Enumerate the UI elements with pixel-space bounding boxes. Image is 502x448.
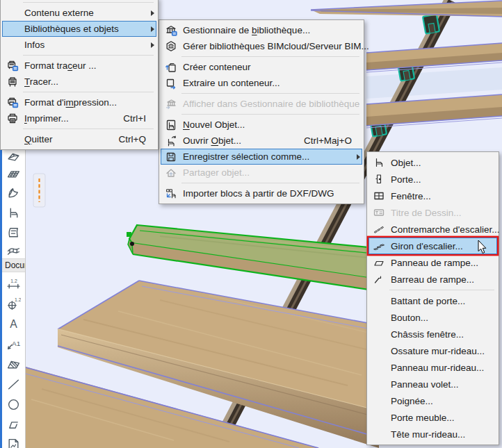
tool-slab-icon[interactable] xyxy=(2,164,25,183)
tool-label-icon[interactable]: A1 xyxy=(2,334,25,354)
tool-shell-icon[interactable] xyxy=(2,183,25,203)
menu-item-objet[interactable]: Objet... xyxy=(369,154,497,171)
menu-item-panneau-de-rampe[interactable]: Panneau de rampe... xyxy=(369,254,497,271)
menu-item-spacer xyxy=(487,188,495,204)
menu-item-format-d-impression[interactable]: Format d'impression... xyxy=(2,94,156,110)
menu-item-label: Créer conteneur xyxy=(183,62,352,72)
drawing-title-icon xyxy=(371,206,387,219)
submenu-arrow-icon xyxy=(146,6,154,20)
tool-fill-icon[interactable] xyxy=(2,354,25,374)
menu-item-label: Panneau volet... xyxy=(391,379,487,390)
menu-item-spacer xyxy=(487,293,495,308)
menu-item-ouvrir-objet[interactable]: Ouvrir Objet...Ctrl+Maj+O xyxy=(161,133,362,149)
svg-text:1.2: 1.2 xyxy=(10,279,17,283)
menu-item-importer-blocs-a-partir-de-dxf-dwg[interactable]: Importer blocs à partir de DXF/DWG xyxy=(161,185,362,201)
object-icon xyxy=(371,156,387,169)
tool-zone-icon[interactable] xyxy=(2,222,25,242)
menu-item-label: Panneau de rampe... xyxy=(391,258,487,268)
menu-item-panneau-volet[interactable]: Panneau volet... xyxy=(369,376,497,392)
menu-item-creer-conteneur[interactable]: Créer conteneur xyxy=(161,59,362,75)
menu-item-tracer[interactable]: Tracer... xyxy=(2,74,156,90)
no-icon xyxy=(371,428,387,440)
menu-item-tete-mur-rideau[interactable]: Tête mur-rideau... xyxy=(369,426,497,442)
menu-item-porte[interactable]: Porte... xyxy=(369,171,497,188)
menu-item-quitter[interactable]: QuitterCtrl+Q xyxy=(2,131,156,147)
menu-item-porte-meuble[interactable]: Porte meuble... xyxy=(369,409,497,426)
menu-item-spacer xyxy=(487,238,495,254)
menu-item-label: Nouvel Objet... xyxy=(183,119,352,130)
menu-item-bouton[interactable]: Bouton... xyxy=(369,309,497,326)
menu-item-panneau-mur-rideau[interactable]: Panneau mur-rideau... xyxy=(369,359,497,376)
menu-item-spacer xyxy=(487,343,495,358)
tool-level-dimension-icon[interactable]: 1.2 xyxy=(2,294,25,314)
menu-item-gestionnaire-de-bibliotheque[interactable]: Gestionnaire de bibliothèque... xyxy=(161,22,362,38)
menu-item-label: Barreau de rampe... xyxy=(391,274,487,285)
menu-item-label: Extraire un conteneur... xyxy=(183,78,352,88)
tool-line-icon[interactable] xyxy=(2,374,25,395)
menu-item-nouvel-objet[interactable]: Nouvel Objet... xyxy=(161,117,362,133)
stair-riser-icon xyxy=(371,223,387,235)
no-icon xyxy=(4,39,21,51)
railing-panel-icon xyxy=(371,256,387,269)
no-icon xyxy=(4,7,21,19)
guide-marker[interactable] xyxy=(33,174,45,207)
menu-item-spacer xyxy=(352,186,360,201)
menu-item-barreau-de-rampe[interactable]: Barreau de rampe... xyxy=(369,271,497,288)
no-icon xyxy=(371,361,387,374)
tread-clip[interactable] xyxy=(423,15,439,34)
menu-separator xyxy=(181,114,359,115)
no-icon xyxy=(371,411,387,424)
menu-item-spacer xyxy=(146,132,154,147)
menu-separator xyxy=(181,56,359,57)
menu-item-chassis-fenetre[interactable]: Châssis fenêtre... xyxy=(369,326,497,342)
menu-item-label: Titre de Dessin... xyxy=(391,208,487,218)
menu-item-ossature-mur-rideau[interactable]: Ossature mur-rideau... xyxy=(369,342,497,359)
stair-tread-icon xyxy=(371,240,387,252)
app-window: Docum 1.21.2AA1 Contenu externeBibliothè… xyxy=(0,0,502,448)
menu-item-spacer xyxy=(487,155,495,170)
menu-item-spacer xyxy=(359,97,368,111)
menu-shortcut: Ctrl+I xyxy=(123,113,146,124)
menu-item-label: Ossature mur-rideau... xyxy=(391,346,487,356)
menu-item-poignee[interactable]: Poignée... xyxy=(369,392,497,409)
menu-separator xyxy=(23,128,154,129)
mouse-cursor-icon xyxy=(478,240,487,254)
tool-text-icon[interactable]: A xyxy=(2,314,25,334)
tool-object-chair-icon[interactable] xyxy=(2,203,25,222)
menu-item-fenetre[interactable]: Fenêtre... xyxy=(369,188,497,204)
menu-item-label: Infos xyxy=(24,40,146,50)
selection-node[interactable] xyxy=(130,242,134,246)
menu-item-label: Imprimer... xyxy=(24,113,116,124)
submenu-arrow-icon xyxy=(146,22,154,36)
menu-item-label: Contremarche d'escalier... xyxy=(391,224,499,235)
menu-item-format-traceur[interactable]: Format traceur ... xyxy=(2,58,156,74)
menu-item-enregistrer-selection-comme[interactable]: Enregistrer sélection comme... xyxy=(161,149,362,165)
menu-item-label: Châssis fenêtre... xyxy=(391,329,487,340)
new-object-icon xyxy=(163,119,179,131)
no-icon xyxy=(371,395,387,407)
svg-text:A1: A1 xyxy=(12,340,21,347)
menu-item-infos[interactable]: Infos xyxy=(2,37,156,53)
menu-item-label: Bibliothèques et objets xyxy=(24,24,146,34)
menu-item-spacer xyxy=(369,39,378,53)
menu-item-imprimer[interactable]: Imprimer...Ctrl+I xyxy=(2,110,156,126)
menu-item-spacer xyxy=(487,360,495,375)
tool-polyline-icon[interactable] xyxy=(2,415,25,435)
menu-item-spacer xyxy=(352,133,360,148)
menu-item-contenu-externe[interactable]: Contenu externe xyxy=(2,5,156,21)
menu-item-label: Afficher dans Gestionnaire de bibliothèq… xyxy=(183,99,359,109)
toolbar-section-document[interactable]: Docum xyxy=(2,258,25,272)
menu-item-bibliotheques-et-objets[interactable]: Bibliothèques et objets xyxy=(2,21,156,37)
tool-dimension-icon[interactable]: 1.2 xyxy=(2,274,25,294)
selection-handle[interactable] xyxy=(127,232,131,237)
menu-item-spacer xyxy=(146,58,154,73)
submenu-arrow-icon xyxy=(352,149,360,164)
menu-item-extraire-un-conteneur[interactable]: Extraire un conteneur... xyxy=(161,75,362,91)
menu-item-spacer xyxy=(146,74,154,89)
menu-item-contremarche-d-escalier[interactable]: Contremarche d'escalier... xyxy=(369,221,497,238)
menu-item-gerer-bibliotheques-bimcloud-serveur-bim[interactable]: Gérer bibliothèques BIMcloud/Serveur BIM… xyxy=(161,38,362,54)
tool-circle-icon[interactable] xyxy=(2,395,25,415)
tool-drawing-icon[interactable] xyxy=(2,435,25,448)
menu-item-spacer xyxy=(352,23,360,38)
menu-item-battant-de-porte[interactable]: Battant de porte... xyxy=(369,292,497,309)
